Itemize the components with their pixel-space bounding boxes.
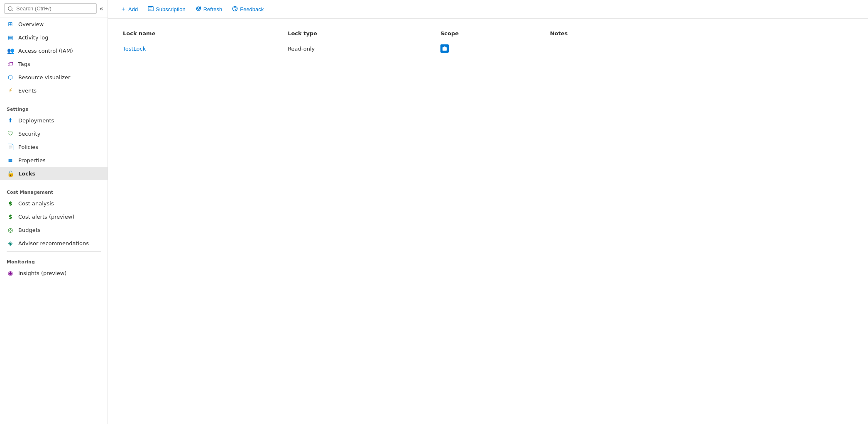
col-actions xyxy=(652,27,858,40)
sidebar-item-insights[interactable]: ◉ Insights (preview) xyxy=(0,266,108,280)
sidebar-item-budgets[interactable]: ◎ Budgets xyxy=(0,223,108,236)
lock-name-link[interactable]: TestLock xyxy=(123,46,146,52)
insights-icon: ◉ xyxy=(7,269,14,277)
subscription-icon xyxy=(148,6,154,13)
scope-cell xyxy=(435,40,545,57)
sidebar-item-label: Advisor recommendations xyxy=(18,240,89,246)
sidebar-item-deployments[interactable]: ⬆ Deployments xyxy=(0,114,108,127)
table-row: TestLock Read-only xyxy=(118,40,858,57)
sidebar-item-label: Policies xyxy=(18,144,38,150)
toolbar: ＋ Add Subscription Refresh xyxy=(108,0,868,19)
sidebar-item-label: Tags xyxy=(18,61,30,67)
refresh-icon xyxy=(196,6,201,13)
sidebar-item-access-control[interactable]: 👥 Access control (IAM) xyxy=(0,44,108,57)
overview-icon: ⊞ xyxy=(7,20,14,28)
feedback-button[interactable]: Feedback xyxy=(228,4,268,15)
tags-icon: 🏷 xyxy=(7,60,14,68)
lock-type-cell: Read-only xyxy=(283,40,435,57)
sidebar-item-label: Resource visualizer xyxy=(18,74,70,80)
monitoring-section-label: Monitoring xyxy=(0,253,108,266)
col-notes: Notes xyxy=(545,27,652,40)
sidebar-item-label: Locks xyxy=(18,171,35,177)
feedback-icon xyxy=(232,6,238,13)
sidebar-item-cost-alerts[interactable]: $ Cost alerts (preview) xyxy=(0,210,108,223)
sidebar-item-label: Cost alerts (preview) xyxy=(18,214,74,220)
sidebar-item-label: Overview xyxy=(18,21,44,27)
content-area: Lock name Lock type Scope Notes TestLock… xyxy=(108,19,868,424)
cost-management-section-label: Cost Management xyxy=(0,184,108,197)
svg-rect-4 xyxy=(444,46,445,48)
locks-table: Lock name Lock type Scope Notes TestLock… xyxy=(118,27,858,57)
sidebar-item-resource-visualizer[interactable]: ⬡ Resource visualizer xyxy=(0,71,108,84)
sidebar-item-activity-log[interactable]: ▤ Activity log xyxy=(0,31,108,44)
col-lock-name: Lock name xyxy=(118,27,283,40)
sidebar-item-label: Cost analysis xyxy=(18,200,54,207)
sidebar-item-label: Insights (preview) xyxy=(18,270,66,276)
sidebar-item-security[interactable]: 🛡 Security xyxy=(0,127,108,140)
settings-section-label: Settings xyxy=(0,101,108,114)
budgets-icon: ◎ xyxy=(7,226,14,234)
subscription-button[interactable]: Subscription xyxy=(144,4,190,15)
edit-button[interactable]: ✏ Edit xyxy=(810,46,825,52)
edit-icon: ✏ xyxy=(810,46,814,52)
sidebar-item-label: Properties xyxy=(18,157,46,163)
policies-icon: 📄 xyxy=(7,143,14,151)
add-button[interactable]: ＋ Add xyxy=(116,3,142,15)
cost-management-divider xyxy=(7,182,101,182)
sidebar-item-cost-analysis[interactable]: $ Cost analysis xyxy=(0,197,108,210)
sidebar-item-tags[interactable]: 🏷 Tags xyxy=(0,57,108,71)
sidebar-item-label: Budgets xyxy=(18,227,41,233)
sidebar-item-advisor-recommendations[interactable]: ◈ Advisor recommendations xyxy=(0,236,108,250)
events-icon: ⚡ xyxy=(7,87,14,94)
settings-divider xyxy=(7,99,101,99)
search-input[interactable] xyxy=(4,3,97,14)
scope-icon xyxy=(440,44,449,53)
locks-icon: 🔒 xyxy=(7,170,14,177)
sidebar-item-locks[interactable]: 🔒 Locks xyxy=(0,167,108,180)
sidebar-search-area: « xyxy=(0,0,108,17)
properties-icon: ≡ xyxy=(7,156,14,164)
activity-log-icon: ▤ xyxy=(7,34,14,41)
actions-cell: ✏ Edit 🗑 Delete xyxy=(652,40,858,57)
cost-alerts-icon: $ xyxy=(7,213,14,220)
sidebar-item-label: Activity log xyxy=(18,34,49,41)
col-scope: Scope xyxy=(435,27,545,40)
deployments-icon: ⬆ xyxy=(7,117,14,124)
delete-icon: 🗑 xyxy=(830,46,836,52)
delete-button[interactable]: 🗑 Delete xyxy=(830,46,853,52)
refresh-button[interactable]: Refresh xyxy=(191,4,227,15)
sidebar: « ⊞ Overview ▤ Activity log 👥 Access con… xyxy=(0,0,108,424)
sidebar-nav: ⊞ Overview ▤ Activity log 👥 Access contr… xyxy=(0,17,108,424)
access-control-icon: 👥 xyxy=(7,47,14,54)
svg-rect-0 xyxy=(148,6,153,11)
svg-point-2 xyxy=(235,10,235,10)
lock-name-cell: TestLock xyxy=(118,40,283,57)
sidebar-item-label: Deployments xyxy=(18,117,54,124)
add-icon: ＋ xyxy=(120,5,126,13)
sidebar-item-properties[interactable]: ≡ Properties xyxy=(0,154,108,167)
advisor-icon: ◈ xyxy=(7,239,14,247)
sidebar-item-label: Access control (IAM) xyxy=(18,48,73,54)
col-lock-type: Lock type xyxy=(283,27,435,40)
cost-analysis-icon: $ xyxy=(7,200,14,207)
svg-point-1 xyxy=(233,6,237,11)
monitoring-divider xyxy=(7,251,101,252)
lock-type-value: Read-only xyxy=(288,46,315,52)
security-icon: 🛡 xyxy=(7,130,14,137)
sidebar-item-label: Events xyxy=(18,88,37,94)
resource-visualizer-icon: ⬡ xyxy=(7,73,14,81)
main-content: ＋ Add Subscription Refresh xyxy=(108,0,868,424)
collapse-sidebar-button[interactable]: « xyxy=(99,5,103,12)
sidebar-item-label: Security xyxy=(18,131,40,137)
sidebar-item-policies[interactable]: 📄 Policies xyxy=(0,140,108,154)
sidebar-item-events[interactable]: ⚡ Events xyxy=(0,84,108,97)
sidebar-item-overview[interactable]: ⊞ Overview xyxy=(0,17,108,31)
notes-cell xyxy=(545,40,652,57)
